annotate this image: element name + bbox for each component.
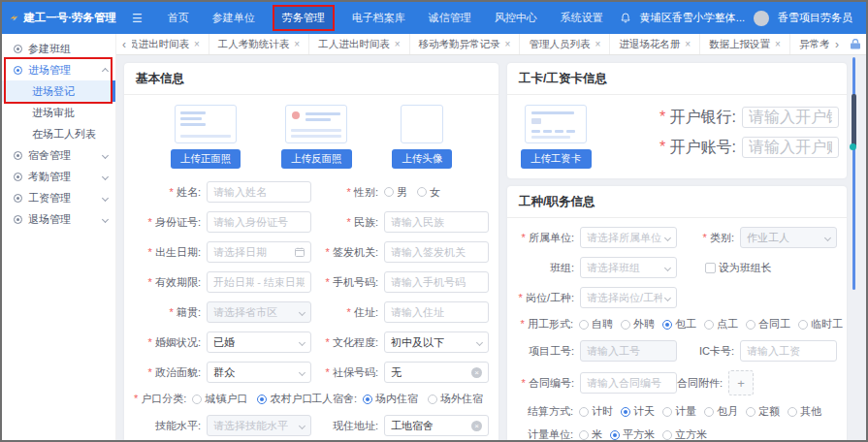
clear-icon[interactable]: ×: [471, 367, 482, 378]
upload-wage-card-button[interactable]: 上传工资卡: [521, 149, 592, 169]
position-select[interactable]: 请选择岗位/工种: [580, 287, 677, 308]
upload-avatar-button[interactable]: 上传头像: [392, 149, 452, 169]
tabs-lock-button[interactable]: [845, 39, 866, 49]
tab-close-icon[interactable]: ×: [395, 39, 401, 49]
employment-piecework-radio[interactable]: 点工: [704, 317, 738, 332]
birth-date-picker[interactable]: 请选择日期: [207, 241, 311, 263]
category-select[interactable]: 作业工人: [740, 227, 837, 248]
id-card-back-icon[interactable]: [285, 105, 347, 143]
tab-close-icon[interactable]: ×: [505, 39, 511, 49]
marital-select[interactable]: 已婚: [207, 332, 311, 353]
tab-close-icon[interactable]: ×: [194, 39, 200, 49]
bank-card-icon[interactable]: [525, 105, 587, 143]
employment-contract-worker-radio[interactable]: 合同工: [746, 317, 790, 332]
employment-self-radio[interactable]: 自聘: [579, 317, 613, 332]
nav-item-integrity-management[interactable]: 诚信管理: [429, 11, 471, 25]
education-select[interactable]: 初中及以下: [384, 332, 489, 353]
user-name[interactable]: 香雪项目劳务员: [778, 11, 852, 25]
ic-card-input[interactable]: 请输入工资: [740, 340, 837, 362]
sidebar-item-exit-management[interactable]: 退场管理: [2, 208, 115, 230]
household-rural-radio[interactable]: 农村户口: [257, 392, 312, 406]
tab-mobile-attendance-anomalies[interactable]: 移动考勤异常记录×: [410, 34, 521, 54]
skill-select[interactable]: 请选择技能水平: [207, 415, 311, 436]
settlement-monthly-radio[interactable]: 包月: [704, 404, 738, 419]
settlement-hourly-radio[interactable]: 计时: [579, 404, 613, 419]
settlement-quota-radio[interactable]: 定额: [746, 404, 780, 419]
upload-back-photo-button[interactable]: 上传反面照: [281, 149, 352, 169]
dormitory-icon: [14, 151, 22, 160]
tab-close-icon[interactable]: ×: [775, 39, 781, 49]
unit-select[interactable]: 请选择所属单位: [580, 227, 677, 248]
scrollbar-track[interactable]: [852, 57, 855, 290]
nav-item-system-settings[interactable]: 系统设置: [561, 11, 603, 25]
contract-number-input[interactable]: 请输入合同编号: [580, 372, 677, 394]
political-select[interactable]: 群众: [207, 362, 311, 383]
settlement-other-radio[interactable]: 其他: [788, 404, 821, 419]
upload-front-photo-button[interactable]: 上传正面照: [171, 149, 241, 169]
sidebar-item-onsite-workers[interactable]: 在场工人列表: [2, 123, 115, 144]
tab-close-icon[interactable]: ×: [294, 39, 300, 49]
nav-item-home[interactable]: 首页: [168, 11, 189, 25]
bank-input[interactable]: 请输入开户银行: [742, 107, 839, 128]
nav-item-participating-units[interactable]: 参建单位: [212, 11, 255, 25]
settlement-quantity-radio[interactable]: 计量: [662, 404, 696, 419]
scrollbar-thumb[interactable]: [852, 94, 856, 147]
sidebar-item-entry-approval[interactable]: 进场审批: [2, 102, 115, 123]
bell-icon[interactable]: [620, 12, 631, 24]
tabs-scroll-right-icon[interactable]: ›: [829, 38, 845, 51]
user-avatar[interactable]: [754, 11, 769, 26]
issuing-authority-input[interactable]: 请输入签发机关: [384, 241, 489, 263]
settlement-daily-radio[interactable]: 计天: [621, 404, 655, 419]
tab-close-icon[interactable]: ×: [685, 39, 691, 49]
measure-sqmeter-radio[interactable]: 平方米: [610, 427, 655, 442]
tab-entry-exit-times[interactable]: 员进出时间表×: [132, 34, 209, 54]
employment-external-radio[interactable]: 外聘: [621, 317, 655, 332]
team-select[interactable]: 请选择班组: [580, 257, 677, 278]
menu-collapse-icon[interactable]: ☰: [132, 12, 143, 25]
validity-range-picker[interactable]: 开始日期-结束日期: [207, 271, 311, 293]
avatar-placeholder-icon[interactable]: [401, 105, 443, 143]
team-leader-checkbox[interactable]: 设为班组长: [705, 261, 772, 275]
ethnicity-input[interactable]: 请输入民族: [384, 211, 489, 233]
tab-entry-exit-roster[interactable]: 进退场花名册×: [610, 34, 700, 54]
id-number-input[interactable]: 请输入身份证号: [207, 211, 311, 233]
attachment-add-button[interactable]: +: [728, 370, 754, 395]
native-place-select[interactable]: 请选择省市区: [207, 301, 311, 323]
dormitory-onsite-radio[interactable]: 场内住宿: [363, 392, 418, 406]
nav-item-e-archives[interactable]: 电子档案库: [352, 11, 405, 25]
tab-worker-entry-exit-times[interactable]: 工人进出时间表×: [309, 34, 409, 54]
employment-temporary-radio[interactable]: 临时工: [798, 317, 843, 332]
name-input[interactable]: 请输入姓名: [207, 181, 311, 203]
project-name[interactable]: 黄埔区香雪小学整体...: [640, 11, 745, 25]
sidebar-item-entry-management[interactable]: 进场管理: [2, 59, 115, 80]
measure-cbmeter-radio[interactable]: 立方米: [662, 427, 707, 442]
id-card-front-icon[interactable]: [175, 105, 237, 143]
nav-item-risk-center[interactable]: 风控中心: [495, 11, 537, 25]
phone-input[interactable]: 请输入手机号码: [384, 271, 489, 293]
clear-icon[interactable]: ×: [471, 421, 482, 431]
nav-item-labor-management[interactable]: 劳务管理: [273, 5, 335, 31]
tabs-scroll-left-icon[interactable]: ‹: [116, 38, 132, 51]
sidebar-item-entry-registration[interactable]: 进场登记: [2, 80, 115, 102]
tab-attendance-correction[interactable]: 异常考勤补报×: [790, 34, 829, 54]
account-input[interactable]: 请输入开户账号: [742, 137, 839, 158]
social-security-input[interactable]: 无×: [384, 362, 489, 383]
tab-close-icon[interactable]: ×: [595, 39, 600, 49]
measure-meter-radio[interactable]: 米: [579, 427, 602, 442]
sidebar-item-wage-management[interactable]: 工资管理: [2, 187, 115, 208]
gender-female-radio[interactable]: 女: [417, 185, 440, 200]
project-number-input[interactable]: 请输入工号: [580, 340, 677, 362]
tab-data-report-settings[interactable]: 数据上报设置×: [700, 34, 790, 54]
sidebar-item-construction-teams[interactable]: 参建班组: [2, 38, 115, 59]
dormitory-offsite-radio[interactable]: 场外住宿: [428, 392, 483, 406]
household-urban-radio[interactable]: 城镇户口: [192, 392, 247, 406]
address-input[interactable]: 请输入住址: [384, 301, 489, 323]
sidebar-item-dormitory-management[interactable]: 宿舍管理: [2, 144, 115, 166]
tab-worker-attendance-stats[interactable]: 工人考勤统计表×: [209, 34, 309, 54]
current-address-input[interactable]: 工地宿舍×: [384, 415, 489, 436]
tab-managers-list[interactable]: 管理人员列表×: [520, 34, 610, 54]
sidebar-item-attendance-management[interactable]: 考勤管理: [2, 166, 115, 187]
employment-contracted-radio[interactable]: 包工: [662, 317, 696, 332]
top-bar-right: 黄埔区香雪小学整体... 香雪项目劳务员: [620, 11, 866, 26]
gender-male-radio[interactable]: 男: [384, 185, 407, 200]
